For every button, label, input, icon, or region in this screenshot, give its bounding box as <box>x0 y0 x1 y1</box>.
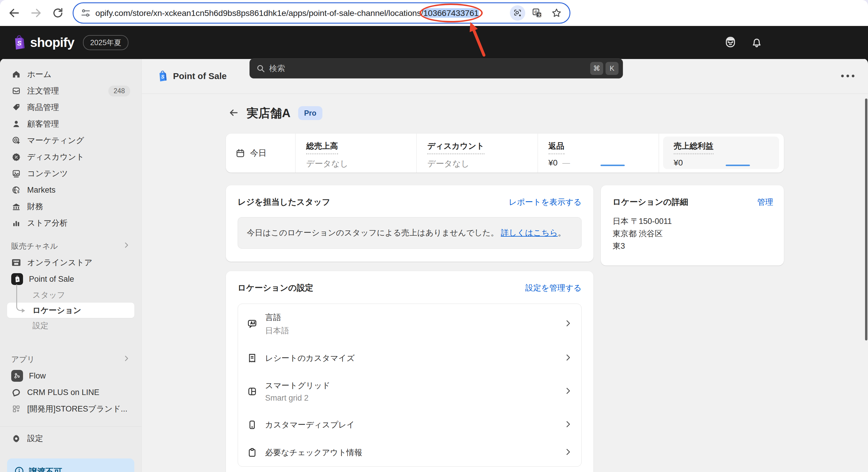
setting-item-language[interactable]: 言語 日本語 <box>238 304 581 344</box>
sidebar-item-customers[interactable]: 顧客管理 <box>7 115 134 132</box>
metric-discounts[interactable]: ディスカウント データなし <box>416 134 537 173</box>
bank-icon <box>11 201 21 211</box>
learn-more-link[interactable]: 詳しくはこちら <box>501 228 558 237</box>
stats-card: 今日 総売上高 データなし ディスカウント データなし 返品 ¥0— 売上総利益 <box>226 134 784 173</box>
globe-dollar-icon: $ <box>11 185 21 195</box>
setting-item-checkout-info[interactable]: 必要なチェックアウト情報 <box>238 439 581 466</box>
discount-icon <box>11 152 21 162</box>
search-placeholder: 検索 <box>269 63 588 74</box>
sidebar-item-home[interactable]: ホーム <box>7 66 134 82</box>
sidebar-item-stores-brand[interactable]: [開発用]STORESブランド... <box>7 401 134 417</box>
sidebar-item-label: [開発用]STORESブランド... <box>27 404 128 414</box>
sidebar-item-markets[interactable]: $ Markets <box>7 182 134 198</box>
sidebar-item-label: Flow <box>29 371 46 380</box>
transfer-banner-label: 譲渡不可 <box>29 466 62 472</box>
sidekick-assistant-button[interactable] <box>724 35 737 49</box>
sidebar-item-label: スタッフ <box>32 290 65 300</box>
receipt-icon <box>247 353 257 364</box>
view-report-link[interactable]: レポートを表示する <box>509 197 582 207</box>
image-icon <box>11 168 21 178</box>
sidebar-item-products[interactable]: 商品管理 <box>7 99 134 115</box>
chevron-right-icon <box>123 355 130 364</box>
shopify-logo[interactable]: S shopify 2025年夏 <box>12 35 128 50</box>
sidebar-item-pos-staff[interactable]: スタッフ <box>7 287 134 303</box>
orders-count-badge: 248 <box>108 86 130 97</box>
metric-total-sales[interactable]: 総売上高 データなし <box>295 134 416 173</box>
sidebar-item-analytics[interactable]: ストア分析 <box>7 215 134 231</box>
sidebar-item-settings[interactable]: 設定 <box>7 430 134 447</box>
browser-forward-button[interactable] <box>28 5 44 21</box>
date-range-selector[interactable]: 今日 <box>226 134 295 173</box>
kbd-cmd: ⌘ <box>590 62 603 75</box>
more-actions-button[interactable] <box>841 75 855 77</box>
page-back-button[interactable] <box>228 107 239 119</box>
sidebar-item-finance[interactable]: 財務 <box>7 198 134 215</box>
sidebar-item-pos-settings[interactable]: 設定 <box>7 318 134 333</box>
setting-item-customer-display[interactable]: カスタマーディスプレイ <box>238 411 581 439</box>
gear-icon <box>11 433 21 443</box>
metric-returns[interactable]: 返品 ¥0— <box>538 134 659 173</box>
sidebar-item-flow[interactable]: Flow <box>7 368 134 384</box>
page-scrollbar[interactable] <box>865 99 867 340</box>
sidekick-icon <box>724 35 737 48</box>
chevron-right-icon <box>564 386 572 397</box>
manage-link[interactable]: 管理 <box>757 197 773 207</box>
location-details-card: ロケーションの詳細 管理 日本 〒150-0011 東京都 渋谷区 東3 <box>601 185 784 266</box>
info-icon <box>14 466 24 472</box>
sidebar-item-label: ロケーション <box>32 305 81 316</box>
browser-back-button[interactable] <box>6 5 22 21</box>
url-text: opify.com/store/xn-xckean1cn5h6d9bs8ps86… <box>95 8 510 18</box>
browser-chrome: opify.com/store/xn-xckean1cn5h6d9bs8ps86… <box>0 0 868 26</box>
app-title: Point of Sale <box>173 71 227 81</box>
sidebar-item-online-store[interactable]: オンラインストア <box>7 254 134 271</box>
notifications-button[interactable] <box>750 36 763 49</box>
sidebar-item-label: 設定 <box>32 321 49 331</box>
setting-item-receipt[interactable]: レシートのカスタマイズ <box>238 344 581 372</box>
bookmark-star-button[interactable] <box>549 5 564 21</box>
shopify-topbar: S shopify 2025年夏 検索 ⌘ K <box>0 26 868 59</box>
sidebar-section-apps[interactable]: アプリ <box>7 351 134 368</box>
transfer-banner[interactable]: 譲渡不可 <box>7 459 134 472</box>
tune-icon <box>81 8 91 18</box>
sidebar-item-label: 注文管理 <box>27 86 59 96</box>
lens-icon <box>513 8 522 18</box>
chevron-right-icon <box>564 447 572 458</box>
sidebar-item-point-of-sale[interactable]: S Point of Sale <box>7 271 134 287</box>
manage-settings-link[interactable]: 設定を管理する <box>525 282 582 293</box>
lens-search-button[interactable] <box>510 5 525 21</box>
sidebar-item-marketing[interactable]: マーケティング <box>7 132 134 149</box>
sidebar-item-label: オンラインストア <box>27 257 92 268</box>
sidebar-item-label: ストア分析 <box>27 218 68 228</box>
pro-badge: Pro <box>298 106 322 120</box>
url-bar[interactable]: opify.com/store/xn-xckean1cn5h6d9bs8ps86… <box>73 2 570 24</box>
crm-app-icon <box>11 387 21 397</box>
location-address: 日本 〒150-0011 東京都 渋谷区 東3 <box>613 215 773 252</box>
global-search-input[interactable]: 検索 ⌘ K <box>249 58 623 78</box>
returns-delta: — <box>562 159 570 168</box>
sidebar-item-label: 財務 <box>27 201 43 212</box>
home-icon <box>11 69 21 79</box>
translate-button[interactable]: G 文 <box>529 5 545 21</box>
dev-app-icon <box>11 404 21 414</box>
main-panel: S Point of Sale 実店舗A Pro 今日 総売上高 <box>142 58 868 472</box>
bell-icon <box>750 36 763 48</box>
sidebar-item-pos-locations[interactable]: ロケーション <box>7 303 134 318</box>
settings-card-title: ロケーションの設定 <box>238 282 313 294</box>
url-prefix: opify.com/store/xn-xckean1cn5h6d9bs8ps86… <box>95 8 423 18</box>
period-label: 今日 <box>250 147 267 159</box>
translate-icon: G 文 <box>532 8 542 18</box>
sidebar-item-content[interactable]: コンテンツ <box>7 165 134 182</box>
sidebar-item-crm-plus[interactable]: CRM PLUS on LINE <box>7 384 134 401</box>
setting-item-smart-grid[interactable]: スマートグリッド Smart grid 2 <box>238 372 581 411</box>
browser-reload-button[interactable] <box>50 5 66 21</box>
sidebar-item-discounts[interactable]: ディスカウント <box>7 149 134 165</box>
sidebar-section-sales-channels[interactable]: 販売チャネル <box>7 238 134 254</box>
staff-card-title: レジを担当したスタッフ <box>238 197 330 208</box>
storefront-icon <box>11 258 21 268</box>
chevron-right-icon <box>123 241 130 251</box>
sidebar: ホーム 注文管理 248 商品管理 顧客管理 マーケティング ディスカウン <box>0 58 142 472</box>
settings-list: 言語 日本語 レシートのカスタマイズ <box>238 304 582 467</box>
search-icon <box>256 64 265 73</box>
metric-gross-profit[interactable]: 売上総利益 ¥0 <box>659 134 784 173</box>
sidebar-item-orders[interactable]: 注文管理 248 <box>7 82 134 99</box>
